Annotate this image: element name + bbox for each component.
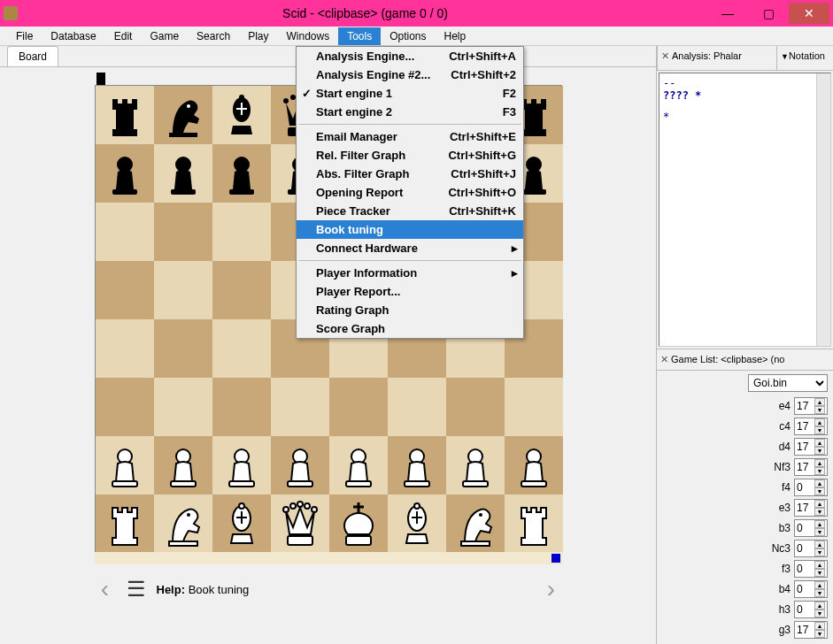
square-a7[interactable] <box>96 144 154 203</box>
weight-spinner[interactable]: ▲▼ <box>794 621 828 639</box>
menu-item-rel-filter-graph[interactable]: Rel. Filter GraphCtrl+Shift+G <box>297 146 523 165</box>
piece-bP[interactable] <box>158 149 208 198</box>
tab-analysis[interactable]: ✕Analysis: Phalar <box>657 46 776 70</box>
square-a6[interactable] <box>96 203 154 261</box>
spinner-down-icon[interactable]: ▼ <box>814 630 825 638</box>
spinner-up-icon[interactable]: ▲ <box>814 561 825 569</box>
menu-item-email-manager[interactable]: Email ManagerCtrl+Shift+E <box>297 127 523 146</box>
spinner-down-icon[interactable]: ▼ <box>814 589 825 597</box>
square-c6[interactable] <box>212 203 271 261</box>
weight-spinner[interactable]: ▲▼ <box>794 397 828 415</box>
square-c3[interactable] <box>212 378 271 436</box>
square-h3[interactable] <box>505 378 563 436</box>
piece-bR[interactable] <box>100 90 150 140</box>
menu-options[interactable]: Options <box>381 27 435 45</box>
spinner-up-icon[interactable]: ▲ <box>814 602 825 610</box>
weight-spinner[interactable]: ▲▼ <box>794 479 828 496</box>
square-a2[interactable] <box>96 436 154 494</box>
menu-item-player-information[interactable]: Player Information▸ <box>297 264 523 282</box>
menu-item-analysis-engine-2-[interactable]: Analysis Engine #2...Ctrl+Shift+2 <box>297 65 523 84</box>
square-d1[interactable] <box>271 494 329 553</box>
square-c4[interactable] <box>212 319 271 378</box>
menu-game[interactable]: Game <box>141 27 188 45</box>
scrollbar[interactable] <box>816 73 830 346</box>
square-c1[interactable] <box>212 494 271 553</box>
menu-database[interactable]: Database <box>42 27 104 45</box>
close-button[interactable]: ✕ <box>789 3 829 24</box>
square-a3[interactable] <box>96 378 154 436</box>
piece-bN[interactable] <box>158 90 208 140</box>
menu-item-score-graph[interactable]: Score Graph <box>297 319 523 338</box>
menu-file[interactable]: File <box>7 27 42 45</box>
spinner-down-icon[interactable]: ▼ <box>814 426 825 434</box>
menu-item-start-engine-2[interactable]: Start engine 2F3 <box>297 103 523 121</box>
piece-wP[interactable] <box>100 441 150 490</box>
spinner-down-icon[interactable]: ▼ <box>814 569 825 577</box>
weight-spinner[interactable]: ▲▼ <box>794 418 828 435</box>
piece-bP[interactable] <box>100 149 150 198</box>
spinner-down-icon[interactable]: ▼ <box>814 610 825 617</box>
tab-board[interactable]: Board <box>7 46 58 66</box>
piece-wN[interactable] <box>451 499 500 548</box>
square-g1[interactable] <box>446 494 505 553</box>
weight-input[interactable] <box>797 520 814 536</box>
square-g2[interactable] <box>446 436 505 494</box>
menu-item-analysis-engine-[interactable]: Analysis Engine...Ctrl+Shift+A <box>297 47 523 65</box>
weight-spinner[interactable]: ▲▼ <box>794 499 828 517</box>
spinner-up-icon[interactable]: ▲ <box>814 500 825 508</box>
square-d3[interactable] <box>271 378 329 436</box>
square-e1[interactable] <box>329 494 388 553</box>
square-b6[interactable] <box>154 203 212 261</box>
menu-item-start-engine-1[interactable]: Start engine 1F2 <box>297 84 523 103</box>
weight-spinner[interactable]: ▲▼ <box>794 458 828 476</box>
book-file-select[interactable]: Goi.bin <box>748 374 828 392</box>
spinner-up-icon[interactable]: ▲ <box>814 540 825 548</box>
square-h2[interactable] <box>505 436 563 494</box>
piece-wP[interactable] <box>334 441 383 490</box>
piece-wP[interactable] <box>392 441 442 490</box>
spinner-up-icon[interactable]: ▲ <box>814 479 825 487</box>
weight-spinner[interactable]: ▲▼ <box>794 560 828 578</box>
square-c7[interactable] <box>212 144 271 203</box>
piece-bB[interactable] <box>217 90 266 140</box>
menu-item-abs-filter-graph[interactable]: Abs. Filter GraphCtrl+Shift+J <box>297 165 523 183</box>
square-b2[interactable] <box>154 436 212 494</box>
piece-wB[interactable] <box>217 499 266 548</box>
weight-spinner[interactable]: ▲▼ <box>794 540 828 557</box>
piece-wK[interactable] <box>334 499 383 548</box>
weight-spinner[interactable]: ▲▼ <box>794 519 828 537</box>
piece-wP[interactable] <box>451 441 500 490</box>
weight-input[interactable] <box>797 459 814 475</box>
piece-wP[interactable] <box>275 441 325 490</box>
square-b4[interactable] <box>154 319 212 378</box>
menu-windows[interactable]: Windows <box>277 27 338 45</box>
square-c2[interactable] <box>212 436 271 494</box>
square-a1[interactable] <box>96 494 154 553</box>
close-icon[interactable]: ✕ <box>661 50 669 61</box>
menu-item-opening-report[interactable]: Opening ReportCtrl+Shift+O <box>297 183 523 202</box>
weight-spinner[interactable]: ▲▼ <box>794 580 828 598</box>
next-icon[interactable]: › <box>541 575 562 603</box>
spinner-up-icon[interactable]: ▲ <box>814 622 825 630</box>
weight-input[interactable] <box>797 479 814 495</box>
minimize-button[interactable]: — <box>707 3 748 24</box>
spinner-down-icon[interactable]: ▼ <box>814 447 825 455</box>
weight-input[interactable] <box>797 398 814 414</box>
weight-input[interactable] <box>797 622 814 638</box>
square-e3[interactable] <box>329 378 388 436</box>
piece-wP[interactable] <box>217 441 266 490</box>
piece-wQ[interactable] <box>275 499 325 548</box>
weight-input[interactable] <box>797 500 814 516</box>
square-b8[interactable] <box>154 86 212 144</box>
spinner-down-icon[interactable]: ▼ <box>814 406 825 414</box>
weight-spinner[interactable]: ▲▼ <box>794 601 828 618</box>
menu-item-player-report-[interactable]: Player Report... <box>297 282 523 301</box>
menu-help[interactable]: Help <box>436 27 475 45</box>
piece-wR[interactable] <box>100 499 150 548</box>
gamelist-header[interactable]: ✕Game List: <clipbase> (no <box>657 349 833 371</box>
square-b7[interactable] <box>154 144 212 203</box>
spinner-down-icon[interactable]: ▼ <box>814 508 825 516</box>
spinner-up-icon[interactable]: ▲ <box>814 439 825 447</box>
spinner-down-icon[interactable]: ▼ <box>814 487 825 495</box>
square-f1[interactable] <box>388 494 446 553</box>
